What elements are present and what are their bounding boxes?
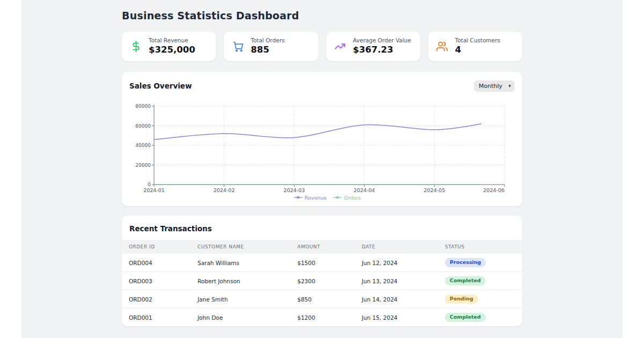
cell-order-id: ORD002 [122,290,191,308]
stat-label: Total Orders [251,37,284,44]
col-header-order-id: Order ID [122,240,191,254]
cell-status: Completed [438,272,522,290]
status-badge: Processing [445,258,486,267]
sales-line-chart: 0200004000060000800002024-012024-022024-… [122,99,522,206]
transactions-table: Order ID Customer Name Amount Date Statu… [122,240,522,326]
stat-card-average-order-value: Average Order Value $367.23 [326,32,420,61]
cell-customer-name: Robert Johnson [191,272,290,290]
trending-up-icon [334,41,346,53]
svg-text:60000: 60000 [135,123,151,129]
transactions-table-body: ORD004Sarah Williams$1500Jun 12, 2024Pro… [122,254,522,326]
cell-status: Processing [438,254,522,272]
legend-label-orders: Orders [344,195,361,201]
cell-status: Pending [438,290,522,308]
dollar-sign-icon [130,41,142,53]
users-icon [436,41,448,53]
stat-value: $325,000 [149,45,195,56]
transactions-table-head: Order ID Customer Name Amount Date Statu… [122,240,522,254]
svg-text:2024-02: 2024-02 [214,187,235,193]
svg-text:80000: 80000 [135,104,151,109]
status-badge: Pending [445,295,478,303]
recent-transactions-title: Recent Transactions [122,216,522,240]
cell-amount: $1500 [290,254,355,272]
cell-customer-name: John Doe [191,308,290,327]
period-select[interactable]: Monthly [474,80,515,92]
sales-overview-header: Sales Overview Monthly [122,72,522,93]
svg-text:40000: 40000 [135,143,151,148]
col-header-customer-name: Customer Name [191,240,290,254]
stat-value: 885 [251,45,284,56]
stat-label: Average Order Value [353,37,411,44]
cell-status: Completed [438,308,522,327]
cell-date: Jun 15, 2024 [355,308,438,327]
period-select-wrap: Monthly [474,80,515,92]
dashboard-app: Business Statistics Dashboard Total Reve… [21,0,623,338]
svg-text:2024-03: 2024-03 [283,187,305,193]
stat-label: Total Revenue [149,37,195,44]
col-header-date: Date [355,240,438,254]
table-row: ORD002Jane Smith$850Jun 14, 2024Pending [122,290,522,308]
cell-order-id: ORD001 [122,308,191,327]
stat-card-total-revenue: Total Revenue $325,000 [122,32,216,61]
stat-value: $367.23 [353,45,411,56]
table-row: ORD004Sarah Williams$1500Jun 12, 2024Pro… [122,254,522,272]
page-title: Business Statistics Dashboard [122,10,522,21]
stat-label: Total Customers [455,37,500,44]
cell-customer-name: Sarah Williams [191,254,290,272]
cell-customer-name: Jane Smith [191,290,290,308]
table-row: ORD003Robert Johnson$2300Jun 13, 2024Com… [122,272,522,290]
recent-transactions-panel: Recent Transactions Order ID Customer Na… [122,216,522,326]
dashboard-content: Business Statistics Dashboard Total Reve… [122,0,522,326]
cell-amount: $1200 [290,308,355,327]
svg-text:0: 0 [148,182,151,187]
svg-text:2024-04: 2024-04 [354,187,375,193]
status-badge: Completed [445,313,486,321]
svg-text:2024-01: 2024-01 [143,187,165,193]
cell-order-id: ORD003 [122,272,191,290]
col-header-status: Status [438,240,522,254]
sales-overview-title: Sales Overview [129,82,192,90]
sales-overview-panel: Sales Overview Monthly 02000040000600008… [122,72,522,206]
stat-value: 4 [455,45,500,56]
stat-cards-row: Total Revenue $325,000 Total Orders 885 [122,32,522,61]
cell-date: Jun 12, 2024 [355,254,438,272]
cell-amount: $850 [290,290,355,308]
svg-text:2024-05: 2024-05 [424,187,445,193]
cell-amount: $2300 [290,272,355,290]
stat-card-total-orders: Total Orders 885 [224,32,318,61]
stat-card-total-customers: Total Customers 4 [428,32,522,61]
table-row: ORD001John Doe$1200Jun 15, 2024Completed [122,308,522,327]
cell-date: Jun 13, 2024 [355,272,438,290]
svg-text:2024-06: 2024-06 [483,187,504,193]
legend-label-revenue: Revenue [305,195,327,201]
col-header-amount: Amount [290,240,355,254]
cell-date: Jun 14, 2024 [355,290,438,308]
svg-text:20000: 20000 [135,163,151,168]
status-badge: Completed [445,276,486,285]
series-line-revenue [154,124,481,139]
shopping-cart-icon [232,41,244,53]
cell-order-id: ORD004 [122,254,191,272]
